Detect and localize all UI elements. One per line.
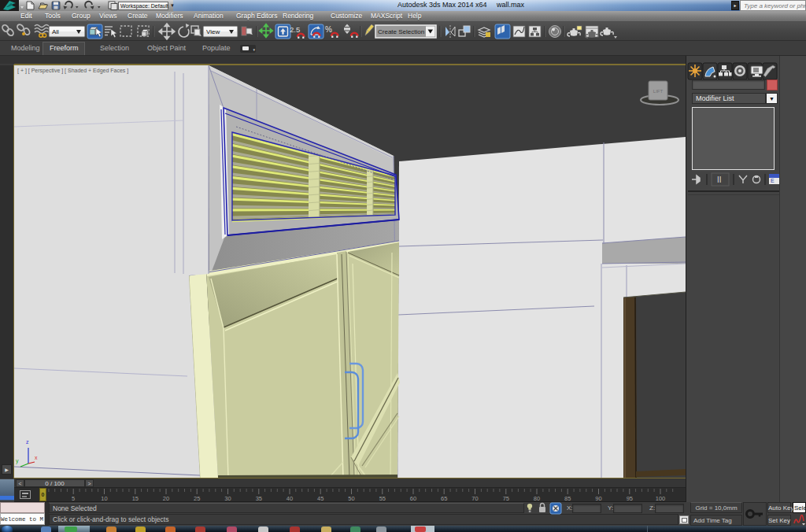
svg-text:All: All bbox=[52, 28, 59, 35]
svg-text:50: 50 bbox=[348, 495, 354, 502]
svg-text:15: 15 bbox=[132, 495, 139, 502]
svg-text:55: 55 bbox=[379, 495, 386, 502]
svg-text:60: 60 bbox=[410, 495, 416, 502]
svg-text:x: x bbox=[35, 455, 38, 460]
svg-text:10: 10 bbox=[101, 495, 107, 502]
svg-text:20: 20 bbox=[163, 495, 169, 502]
svg-text:40: 40 bbox=[287, 495, 293, 502]
svg-text:y: y bbox=[16, 458, 19, 464]
svg-text:35: 35 bbox=[256, 495, 262, 502]
svg-text:2.5: 2.5 bbox=[290, 25, 300, 34]
svg-text:25: 25 bbox=[194, 495, 200, 502]
svg-text:View: View bbox=[206, 28, 220, 35]
svg-text:%: % bbox=[325, 25, 332, 34]
svg-text:90: 90 bbox=[595, 495, 601, 502]
svg-text:LIFT: LIFT bbox=[653, 89, 664, 94]
svg-text:5: 5 bbox=[72, 495, 75, 502]
svg-text:70: 70 bbox=[471, 495, 478, 502]
svg-text:II: II bbox=[717, 175, 722, 184]
svg-text:80: 80 bbox=[534, 495, 540, 502]
svg-text:45: 45 bbox=[317, 495, 324, 502]
svg-text:[ + ] [ Perspective ] [ Shaded: [ + ] [ Perspective ] [ Shaded + Edged F… bbox=[17, 68, 128, 74]
svg-text:E: E bbox=[771, 178, 775, 183]
svg-text:75: 75 bbox=[503, 495, 509, 502]
svg-text:100: 100 bbox=[656, 495, 666, 502]
svg-text:Create Selection Se: Create Selection Se bbox=[378, 28, 434, 35]
svg-text:30: 30 bbox=[224, 495, 231, 502]
svg-text:95: 95 bbox=[627, 495, 633, 502]
svg-text:85: 85 bbox=[564, 495, 571, 502]
svg-text:z: z bbox=[26, 439, 29, 445]
svg-text:65: 65 bbox=[441, 495, 447, 502]
